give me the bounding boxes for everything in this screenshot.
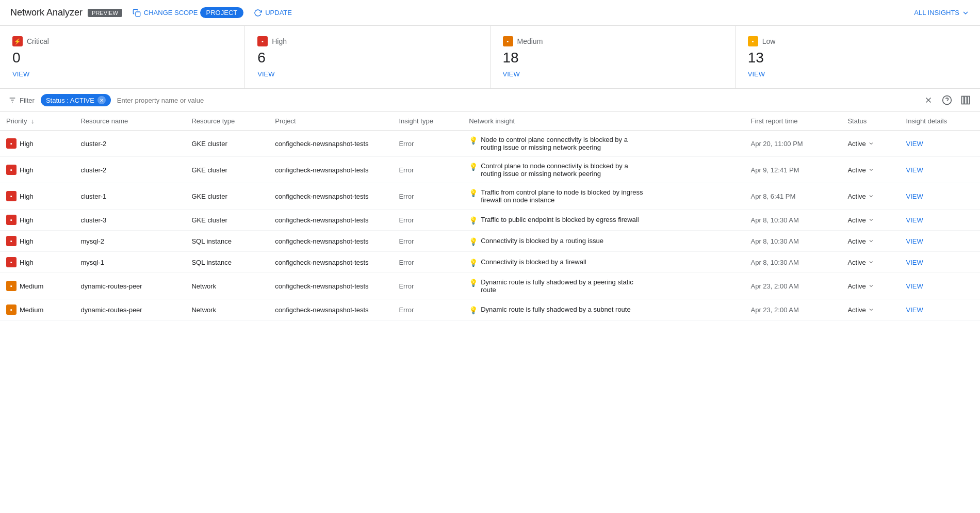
insight-details-cell[interactable]: VIEW bbox=[900, 231, 980, 252]
priority-cell: ▪ Medium bbox=[0, 299, 74, 320]
priority-label: High bbox=[20, 237, 34, 245]
bulb-icon: 💡 bbox=[469, 259, 478, 267]
status-label: Active bbox=[847, 193, 865, 200]
view-button[interactable]: VIEW bbox=[906, 216, 923, 224]
status-cell[interactable]: Active bbox=[841, 252, 900, 273]
resource-name-cell: dynamic-routes-peer bbox=[74, 273, 185, 299]
active-filter-chip[interactable]: Status : ACTIVE ✕ bbox=[41, 94, 111, 106]
status-cell[interactable]: Active bbox=[841, 131, 900, 157]
network-insight-cell: 💡 Control plane to node connectivity is … bbox=[463, 157, 744, 183]
status-cell[interactable]: Active bbox=[841, 273, 900, 299]
network-insight-cell: 💡 Connectivity is blocked by a firewall bbox=[463, 252, 744, 273]
status-dropdown-icon[interactable] bbox=[868, 283, 874, 289]
network-insight-text: Control plane to node connectivity is bl… bbox=[481, 162, 644, 178]
col-insight-details[interactable]: Insight details bbox=[900, 112, 980, 131]
status-dropdown-icon[interactable] bbox=[868, 167, 874, 173]
low-count: 13 bbox=[748, 50, 968, 66]
col-first-report-time[interactable]: First report time bbox=[745, 112, 842, 131]
table-row: ▪ High cluster-2 GKE cluster configcheck… bbox=[0, 157, 980, 183]
filter-chip-close[interactable]: ✕ bbox=[97, 96, 106, 104]
view-button[interactable]: VIEW bbox=[906, 237, 923, 245]
insight-details-cell[interactable]: VIEW bbox=[900, 273, 980, 299]
insight-details-cell[interactable]: VIEW bbox=[900, 210, 980, 231]
insight-type-cell: Error bbox=[393, 273, 463, 299]
status-dropdown-icon[interactable] bbox=[868, 238, 874, 244]
status-cell[interactable]: Active bbox=[841, 157, 900, 183]
status-label: Active bbox=[847, 140, 865, 148]
network-insight-text: Dynamic route is fully shadowed by a sub… bbox=[481, 306, 631, 313]
status-dropdown-icon[interactable] bbox=[868, 140, 874, 147]
view-button[interactable]: VIEW bbox=[906, 282, 923, 290]
insight-details-cell[interactable]: VIEW bbox=[900, 299, 980, 320]
help-button[interactable] bbox=[941, 94, 953, 106]
network-insight-cell: 💡 Connectivity is blocked by a routing i… bbox=[463, 231, 744, 252]
table-body: ▪ High cluster-2 GKE cluster configcheck… bbox=[0, 131, 980, 320]
insight-details-cell[interactable]: VIEW bbox=[900, 183, 980, 210]
project-badge[interactable]: PROJECT bbox=[200, 7, 244, 18]
bulb-icon: 💡 bbox=[469, 189, 478, 197]
svg-rect-10 bbox=[968, 97, 969, 104]
filter-input[interactable] bbox=[117, 97, 916, 104]
critical-count: 0 bbox=[12, 50, 232, 66]
network-insight-cell: 💡 Traffic to public endpoint is blocked … bbox=[463, 210, 744, 231]
status-cell[interactable]: Active bbox=[841, 210, 900, 231]
high-view-link[interactable]: VIEW bbox=[257, 70, 274, 78]
status-dropdown-icon[interactable] bbox=[868, 259, 874, 265]
col-project[interactable]: Project bbox=[269, 112, 393, 131]
col-resource-name[interactable]: Resource name bbox=[74, 112, 185, 131]
priority-label: Medium bbox=[20, 282, 43, 290]
col-resource-type[interactable]: Resource type bbox=[185, 112, 269, 131]
insight-details-cell[interactable]: VIEW bbox=[900, 157, 980, 183]
status-dropdown-icon[interactable] bbox=[868, 217, 874, 223]
col-network-insight[interactable]: Network insight bbox=[463, 112, 744, 131]
update-button[interactable]: UPDATE bbox=[254, 9, 292, 17]
table-row: ▪ Medium dynamic-routes-peer Network con… bbox=[0, 273, 980, 299]
bulb-icon: 💡 bbox=[469, 279, 478, 287]
low-label: Low bbox=[762, 37, 776, 45]
resource-name-cell: cluster-2 bbox=[74, 131, 185, 157]
status-cell[interactable]: Active bbox=[841, 299, 900, 320]
table-header: Priority ↓ Resource name Resource type P… bbox=[0, 112, 980, 131]
insight-type-cell: Error bbox=[393, 183, 463, 210]
table-row: ▪ High cluster-3 GKE cluster configcheck… bbox=[0, 210, 980, 231]
all-insights-button[interactable]: ALL INSIGHTS bbox=[914, 9, 970, 17]
view-button[interactable]: VIEW bbox=[906, 259, 923, 266]
col-insight-type[interactable]: Insight type bbox=[393, 112, 463, 131]
first-report-time-cell: Apr 8, 10:30 AM bbox=[745, 231, 842, 252]
first-report-time-cell: Apr 20, 11:00 PM bbox=[745, 131, 842, 157]
project-cell: configcheck-newsnapshot-tests bbox=[269, 231, 393, 252]
change-scope-label: CHANGE SCOPE bbox=[144, 9, 198, 17]
priority-icon: ▪ bbox=[6, 304, 17, 315]
view-button[interactable]: VIEW bbox=[906, 193, 923, 200]
view-button[interactable]: VIEW bbox=[906, 166, 923, 174]
high-icon: ▪ bbox=[257, 36, 268, 46]
project-cell: configcheck-newsnapshot-tests bbox=[269, 157, 393, 183]
critical-view-link[interactable]: VIEW bbox=[12, 70, 29, 78]
col-status[interactable]: Status bbox=[841, 112, 900, 131]
change-scope-button[interactable]: CHANGE SCOPE bbox=[133, 9, 198, 17]
app-header: Network Analyzer PREVIEW CHANGE SCOPE PR… bbox=[0, 0, 980, 26]
low-view-link[interactable]: VIEW bbox=[748, 70, 765, 78]
medium-view-link[interactable]: VIEW bbox=[503, 70, 520, 78]
view-button[interactable]: VIEW bbox=[906, 306, 923, 314]
status-label: Active bbox=[847, 237, 865, 245]
status-dropdown-icon[interactable] bbox=[868, 193, 874, 199]
view-button[interactable]: VIEW bbox=[906, 140, 923, 148]
priority-label: High bbox=[20, 140, 34, 148]
app-title: Network Analyzer bbox=[10, 7, 83, 18]
preview-badge: PREVIEW bbox=[88, 9, 122, 17]
status-cell[interactable]: Active bbox=[841, 183, 900, 210]
priority-cell: ▪ High bbox=[0, 183, 74, 210]
clear-filter-button[interactable] bbox=[922, 94, 935, 106]
svg-rect-0 bbox=[136, 12, 140, 17]
status-dropdown-icon[interactable] bbox=[868, 307, 874, 313]
columns-button[interactable] bbox=[959, 94, 972, 106]
insight-details-cell[interactable]: VIEW bbox=[900, 252, 980, 273]
status-cell[interactable]: Active bbox=[841, 231, 900, 252]
first-report-time-cell: Apr 23, 2:00 AM bbox=[745, 273, 842, 299]
project-cell: configcheck-newsnapshot-tests bbox=[269, 273, 393, 299]
insight-details-cell[interactable]: VIEW bbox=[900, 131, 980, 157]
col-priority[interactable]: Priority ↓ bbox=[0, 112, 74, 131]
first-report-time-cell: Apr 8, 6:41 PM bbox=[745, 183, 842, 210]
project-cell: configcheck-newsnapshot-tests bbox=[269, 131, 393, 157]
